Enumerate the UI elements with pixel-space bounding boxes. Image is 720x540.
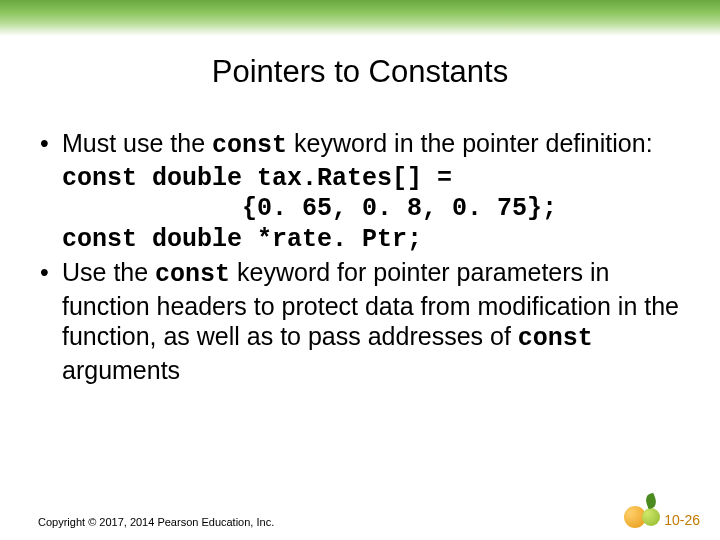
bullet-list: Must use the const keyword in the pointe…: [38, 128, 682, 162]
bullet2-kw1: const: [155, 260, 230, 289]
bullet2-kw2: const: [518, 324, 593, 353]
footer-right: 10-26: [620, 494, 700, 528]
footer: Copyright © 2017, 2014 Pearson Education…: [38, 494, 700, 528]
code-line-2: {0. 65, 0. 8, 0. 75};: [62, 194, 557, 223]
bullet1-keyword: const: [212, 131, 287, 160]
slide-body: Pointers to Constants Must use the const…: [0, 54, 720, 385]
bullet1-pre: Must use the: [62, 129, 212, 157]
slide-title: Pointers to Constants: [38, 54, 682, 90]
lime-icon: [642, 508, 660, 526]
bullet-list-2: Use the const keyword for pointer parame…: [38, 257, 682, 385]
bullet2-p1: Use the: [62, 258, 155, 286]
bullet-item-1: Must use the const keyword in the pointe…: [38, 128, 682, 162]
code-line-1: const double tax.Rates[] =: [62, 164, 452, 193]
code-block: const double tax.Rates[] = {0. 65, 0. 8,…: [38, 164, 682, 256]
fruit-icon: [620, 494, 660, 528]
code-line-3: const double *rate. Ptr;: [62, 225, 422, 254]
header-gradient: [0, 0, 720, 36]
copyright-text: Copyright © 2017, 2014 Pearson Education…: [38, 516, 274, 528]
page-number: 10-26: [664, 512, 700, 528]
bullet-item-2: Use the const keyword for pointer parame…: [38, 257, 682, 385]
leaf-icon: [644, 493, 658, 510]
bullet1-post: keyword in the pointer definition:: [287, 129, 653, 157]
bullet2-p3: arguments: [62, 356, 180, 384]
